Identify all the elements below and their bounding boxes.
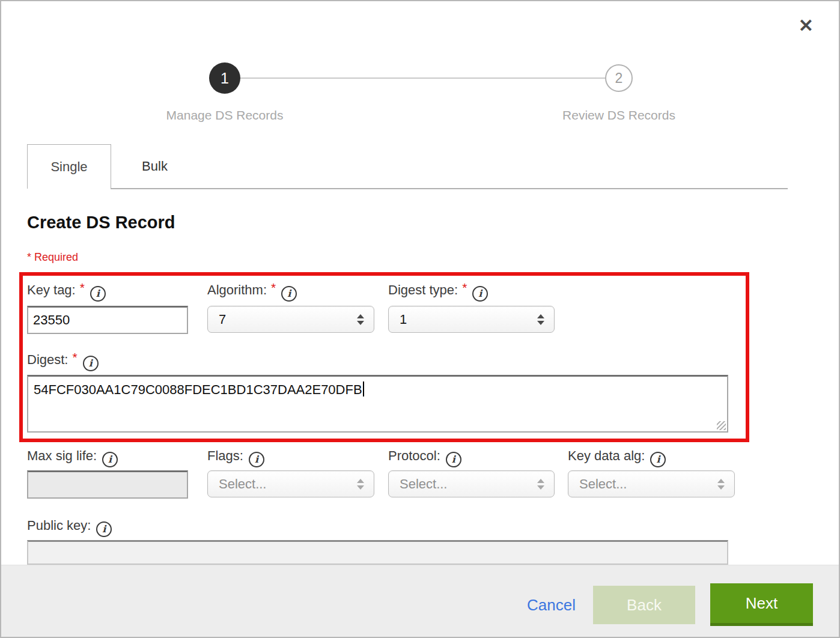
step-1-number: 1 <box>221 70 229 87</box>
tab-bulk[interactable]: Bulk <box>111 144 198 189</box>
digest-type-label: Digest type:*i <box>388 282 488 299</box>
step-2-label: Review DS Records <box>529 108 709 123</box>
flags-label-text: Flags: <box>207 448 243 463</box>
tab-bulk-label: Bulk <box>142 159 168 174</box>
select-arrows-icon <box>717 479 725 490</box>
key-data-alg-label-text: Key data alg: <box>568 448 645 463</box>
key-data-alg-select[interactable]: Select... <box>568 470 735 497</box>
required-asterisk: * <box>72 350 77 364</box>
text-caret <box>363 381 364 396</box>
info-icon[interactable]: i <box>446 452 461 467</box>
info-icon[interactable]: i <box>472 286 488 302</box>
info-icon[interactable]: i <box>281 286 297 302</box>
resize-grip-icon[interactable] <box>717 421 726 430</box>
tab-underline <box>111 188 788 189</box>
info-icon[interactable]: i <box>249 452 264 467</box>
tab-single[interactable]: Single <box>27 144 111 189</box>
step-1-circle: 1 <box>209 62 240 94</box>
key-data-alg-select-value: Select... <box>579 476 717 492</box>
max-sig-life-label: Max sig life:i <box>27 448 118 465</box>
select-arrows-icon <box>357 479 364 490</box>
select-arrows-icon <box>537 314 544 325</box>
public-key-textarea[interactable] <box>27 540 728 565</box>
digest-textarea[interactable]: 54FCF030AA1C79C0088FDEC1BD1C37DAA2E70DFB <box>27 375 728 433</box>
flags-label: Flags:i <box>207 448 264 465</box>
protocol-select[interactable]: Select... <box>388 470 555 497</box>
digest-label-text: Digest: <box>27 352 68 367</box>
required-note: * Required <box>27 251 78 264</box>
select-arrows-icon <box>537 479 544 490</box>
flags-select[interactable]: Select... <box>207 470 374 497</box>
step-2-number: 2 <box>615 70 623 87</box>
cancel-button[interactable]: Cancel <box>527 596 576 615</box>
close-icon[interactable]: ✕ <box>799 17 814 35</box>
key-tag-label-text: Key tag: <box>27 282 76 297</box>
algorithm-select[interactable]: 7 <box>207 306 374 333</box>
digest-type-select-value: 1 <box>400 312 537 327</box>
step-1-label: Manage DS Records <box>135 108 315 123</box>
back-button[interactable]: Back <box>593 586 695 624</box>
step-2-circle: 2 <box>605 64 633 92</box>
protocol-label-text: Protocol: <box>388 448 440 463</box>
max-sig-life-label-text: Max sig life: <box>27 448 97 463</box>
stepper-connector-line <box>240 77 606 79</box>
algorithm-label-text: Algorithm: <box>207 282 267 297</box>
create-ds-record-modal: ✕ 1 2 Manage DS Records Review DS Record… <box>0 0 840 638</box>
info-icon[interactable]: i <box>83 356 99 371</box>
key-tag-label: Key tag:*i <box>27 282 106 299</box>
protocol-select-value: Select... <box>400 476 537 492</box>
flags-select-value: Select... <box>219 476 357 492</box>
max-sig-life-input[interactable] <box>27 470 188 499</box>
public-key-label-text: Public key: <box>27 518 91 533</box>
info-icon[interactable]: i <box>96 521 112 537</box>
required-asterisk: * <box>462 281 467 294</box>
algorithm-select-value: 7 <box>219 312 357 327</box>
key-tag-input[interactable] <box>27 306 188 334</box>
info-icon[interactable]: i <box>90 286 106 302</box>
key-data-alg-label: Key data alg:i <box>568 448 666 465</box>
next-button[interactable]: Next <box>710 583 813 626</box>
protocol-label: Protocol:i <box>388 448 461 465</box>
digest-value: 54FCF030AA1C79C0088FDEC1BD1C37DAA2E70DFB <box>34 382 362 397</box>
digest-type-select[interactable]: 1 <box>388 306 555 333</box>
page-title: Create DS Record <box>27 213 175 232</box>
public-key-label: Public key:i <box>27 518 112 535</box>
algorithm-label: Algorithm:*i <box>207 282 297 299</box>
select-arrows-icon <box>357 314 364 325</box>
tab-single-label: Single <box>50 159 87 175</box>
digest-label: Digest:*i <box>27 352 99 369</box>
info-icon[interactable]: i <box>102 452 118 467</box>
required-asterisk: * <box>271 281 276 294</box>
required-asterisk: * <box>80 281 85 294</box>
info-icon[interactable]: i <box>650 452 666 467</box>
digest-type-label-text: Digest type: <box>388 282 458 297</box>
